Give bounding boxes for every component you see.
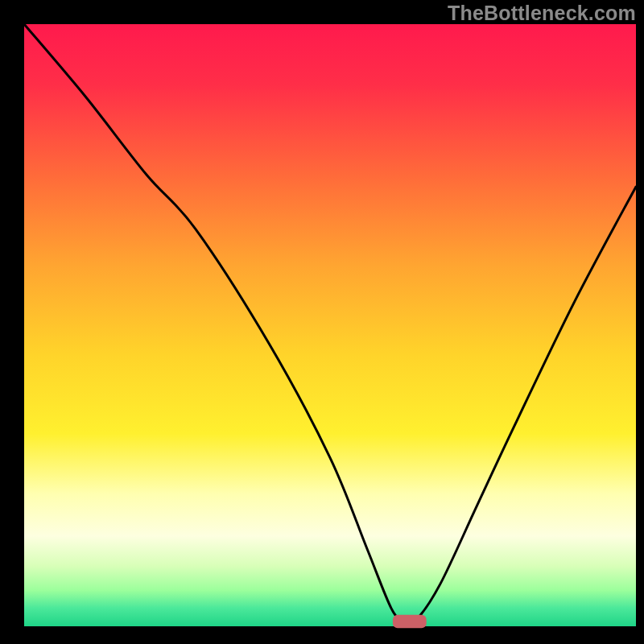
optimal-marker [393,615,427,628]
watermark-text: TheBottleneck.com [448,2,636,25]
plot-background [24,24,636,626]
bottleneck-chart [0,0,644,644]
chart-root: TheBottleneck.com [0,0,644,644]
